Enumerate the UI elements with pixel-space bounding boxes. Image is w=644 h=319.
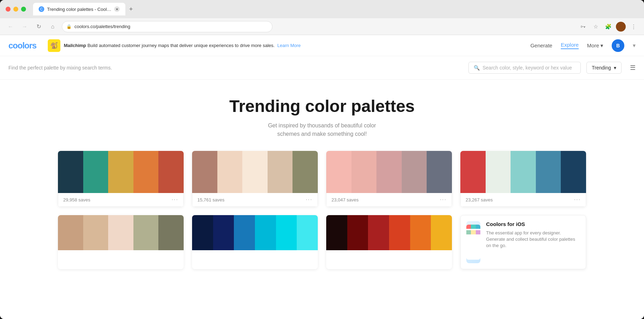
browser-actions: 🗝 ☆ 🧩 ⋮: [578, 22, 638, 32]
sort-dropdown[interactable]: Trending ▾: [586, 62, 622, 74]
promo-text: Coolors for iOS The essential app for ev…: [486, 221, 580, 249]
palette-menu-button-3[interactable]: ···: [440, 197, 447, 203]
swatch: [234, 215, 255, 250]
nav-more-dropdown[interactable]: More ▾: [587, 42, 603, 49]
user-avatar[interactable]: B: [612, 39, 624, 52]
hero-subtitle: Get inspired by thousands of beautiful c…: [8, 121, 636, 138]
promo-title: Coolors for iOS: [486, 221, 580, 227]
phone-color-bar-1: [466, 225, 480, 229]
search-input-placeholder: Search color, style, keyword or hex valu…: [482, 65, 572, 71]
new-tab-button[interactable]: +: [125, 4, 137, 15]
nav-explore[interactable]: Explore: [561, 42, 579, 49]
swatch: [376, 151, 402, 193]
bookmark-icon[interactable]: ☆: [591, 22, 600, 32]
minimize-window-button[interactable]: [13, 7, 18, 12]
active-tab[interactable]: C Trending color palettes - Cool… ✕: [33, 3, 125, 15]
promo-description: The essential app for every designer. Ge…: [486, 230, 580, 249]
back-button[interactable]: ←: [6, 22, 15, 32]
swatch: [536, 151, 561, 193]
key-icon[interactable]: 🗝: [578, 22, 588, 32]
swatch: [213, 215, 234, 250]
palette-menu-button-2[interactable]: ···: [306, 197, 313, 203]
browser-menu-icon[interactable]: ⋮: [629, 22, 638, 32]
palette-grid-row2: Coolors for iOS The essential app for ev…: [41, 215, 603, 278]
extensions-icon[interactable]: 🧩: [603, 22, 613, 32]
grid-menu-icon[interactable]: ☰: [630, 64, 636, 72]
palette-card-1[interactable]: 29,958 saves ···: [58, 151, 184, 207]
phone-screen: [466, 225, 480, 260]
maximize-window-button[interactable]: [21, 7, 26, 12]
ad-banner: 🐒 Mailchimp Build automated customer jou…: [48, 39, 525, 52]
coolors-logo[interactable]: coolors: [8, 41, 37, 51]
swatch: [402, 151, 427, 193]
ad-text: Mailchimp Build automated customer journ…: [64, 43, 301, 48]
swatch: [326, 215, 347, 250]
swatch: [133, 151, 159, 193]
ad-cta-link[interactable]: Learn More: [277, 43, 301, 48]
palette-card-4[interactable]: 23,267 saves ···: [460, 151, 586, 207]
swatch: [58, 215, 83, 250]
palette-swatches-5: [58, 215, 184, 250]
promo-phone-image: [466, 221, 480, 263]
swatch: [486, 151, 511, 193]
website-content: coolors 🐒 Mailchimp Build automated cust…: [0, 35, 644, 319]
user-dropdown-chevron-icon[interactable]: ▾: [633, 42, 636, 49]
swatch: [192, 215, 213, 250]
close-window-button[interactable]: [6, 7, 11, 12]
tab-bar: C Trending color palettes - Cool… ✕ +: [33, 3, 638, 15]
swatch: [347, 215, 368, 250]
ios-promo-card[interactable]: Coolors for iOS The essential app for ev…: [460, 215, 586, 269]
home-button[interactable]: ⌂: [48, 22, 58, 32]
sort-label: Trending: [592, 65, 611, 71]
url-bar[interactable]: 🔒 coolors.co/palettes/trending: [62, 21, 272, 32]
palette-card-5[interactable]: [58, 215, 184, 269]
swatch: [460, 151, 486, 193]
nav-more-chevron-icon: ▾: [600, 42, 603, 49]
palette-swatches-6: [192, 215, 318, 250]
palette-swatches-4: [460, 151, 586, 193]
swatch: [83, 215, 109, 250]
hero-section: Trending color palettes Get inspired by …: [0, 80, 644, 151]
saves-count-1: 29,958 saves: [63, 197, 90, 202]
ad-brand: Mailchimp: [64, 43, 86, 48]
palette-swatches-2: [192, 151, 318, 193]
swatch: [427, 151, 452, 193]
profile-avatar[interactable]: [616, 22, 626, 32]
nav-generate[interactable]: Generate: [530, 42, 552, 48]
top-nav: coolors 🐒 Mailchimp Build automated cust…: [0, 35, 644, 56]
palette-card-6[interactable]: [192, 215, 318, 269]
palette-card-3[interactable]: 23,047 saves ···: [326, 151, 452, 207]
search-bar[interactable]: 🔍 Search color, style, keyword or hex va…: [468, 62, 581, 74]
mailchimp-logo: 🐒: [48, 39, 60, 52]
browser-window: C Trending color palettes - Cool… ✕ + ← …: [0, 0, 644, 319]
swatch: [133, 215, 159, 250]
swatch: [561, 151, 586, 193]
address-bar: ← → ↻ ⌂ 🔒 coolors.co/palettes/trending 🗝…: [0, 18, 644, 35]
tab-favicon: C: [39, 6, 44, 12]
palette-card-2[interactable]: 15,761 saves ···: [192, 151, 318, 207]
swatch: [158, 215, 184, 250]
ad-description: Build automated customer journey maps th…: [87, 43, 275, 48]
swatch: [158, 151, 184, 193]
tab-close-button[interactable]: ✕: [114, 6, 120, 12]
swatch: [326, 151, 351, 193]
palette-menu-button-4[interactable]: ···: [574, 197, 581, 203]
refresh-button[interactable]: ↻: [34, 22, 44, 32]
tab-title: Trending color palettes - Cool…: [47, 7, 111, 12]
palette-footer-2: 15,761 saves ···: [192, 193, 318, 207]
title-bar: C Trending color palettes - Cool… ✕ +: [0, 0, 644, 18]
palette-grid-row1: 29,958 saves ··· 15,761 saves ···: [41, 151, 603, 215]
search-hint: Find the perfect palette by mixing searc…: [8, 65, 463, 71]
palette-swatches-7: [326, 215, 452, 250]
swatch: [293, 151, 318, 193]
swatch: [192, 151, 217, 193]
lock-icon: 🔒: [66, 24, 72, 29]
palette-menu-button-1[interactable]: ···: [172, 197, 178, 203]
swatch: [108, 151, 133, 193]
search-icon: 🔍: [474, 65, 480, 71]
phone-color-bar-2: [466, 230, 480, 234]
forward-button[interactable]: →: [20, 22, 29, 32]
swatch: [58, 151, 83, 193]
nav-links: Generate Explore More ▾ B ▾: [530, 39, 636, 52]
palette-card-7[interactable]: [326, 215, 452, 269]
